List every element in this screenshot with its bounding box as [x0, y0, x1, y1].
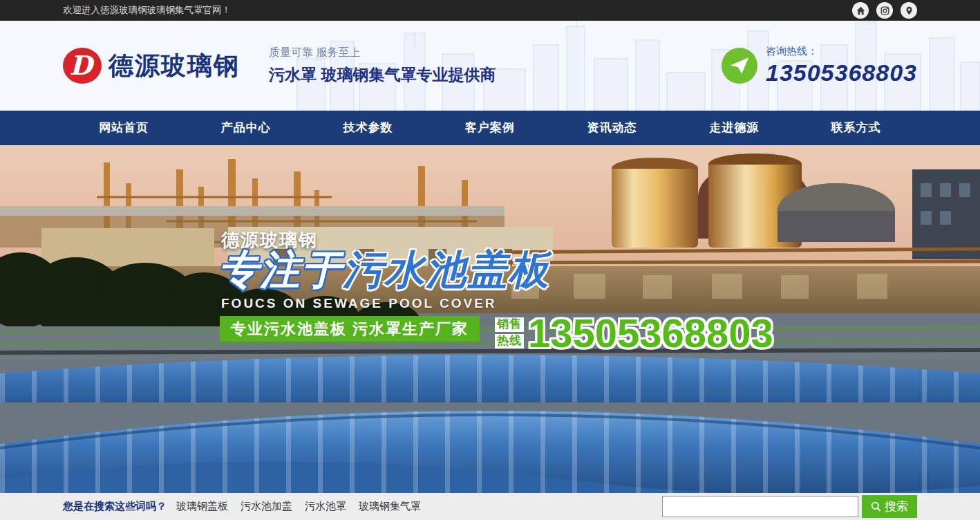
search-strip: 您是在搜索这些词吗？ 玻璃钢盖板 污水池加盖 污水池罩 玻璃钢集气罩 搜索: [0, 493, 980, 520]
nav-item-cases[interactable]: 客户案例: [429, 111, 552, 145]
slogan-small: 质量可靠 服务至上: [269, 46, 496, 60]
hero-sales-hotline: 销售 热线 13505368803: [495, 310, 773, 356]
search-input[interactable]: [662, 496, 858, 517]
main-nav: 网站首页 产品中心 技术参数 客户案例 资讯动态 走进德源 联系方式: [0, 111, 980, 145]
hero-headline-main: 污水池盖板: [343, 247, 550, 292]
keyword-link-3[interactable]: 污水池罩: [305, 500, 346, 513]
search-icon: [871, 501, 881, 512]
nav-item-contact[interactable]: 联系方式: [795, 111, 917, 145]
sales-label-top: 销售: [495, 317, 524, 332]
topbar: 欢迎进入德源玻璃钢玻璃钢集气罩官网！: [0, 0, 980, 21]
keyword-link-1[interactable]: 玻璃钢盖板: [176, 500, 228, 513]
hero-headline-prefix: 专注于: [218, 247, 343, 292]
welcome-text: 欢迎进入德源玻璃钢玻璃钢集气罩官网！: [63, 4, 231, 17]
keyword-link-2[interactable]: 污水池加盖: [241, 500, 292, 513]
home-icon[interactable]: [852, 2, 869, 19]
hero-photo: [0, 145, 980, 493]
search-button-label: 搜索: [885, 499, 908, 514]
nav-item-specs[interactable]: 技术参数: [307, 111, 429, 145]
location-icon[interactable]: [901, 2, 917, 19]
header-hotline: 咨询热线： 13505368803: [722, 45, 917, 86]
header-slogan: 质量可靠 服务至上 污水罩 玻璃钢集气罩专业提供商: [269, 46, 496, 86]
search-button[interactable]: 搜索: [862, 495, 917, 518]
logo-text: 德源玻璃钢: [109, 49, 240, 83]
hero-banner: 德源玻璃钢 专注于污水池盖板 FOUCS ON SEWAGE POOL COVE…: [0, 145, 980, 493]
instagram-icon[interactable]: [876, 2, 893, 19]
paper-plane-icon: [722, 48, 757, 84]
keyword-link-4[interactable]: 玻璃钢集气罩: [359, 500, 421, 513]
nav-item-products[interactable]: 产品中心: [185, 111, 308, 145]
slogan-big: 污水罩 玻璃钢集气罩专业提供商: [269, 64, 496, 86]
hotline-label: 咨询热线：: [766, 45, 917, 58]
search-prompt: 您是在搜索这些词吗？: [63, 500, 167, 513]
nav-item-about[interactable]: 走进德源: [673, 111, 795, 145]
sales-number: 13505368803: [528, 310, 773, 356]
logo-mark-icon: D: [63, 48, 102, 84]
topbar-icons: [852, 2, 917, 19]
hot-keywords: 玻璃钢盖板 污水池加盖 污水池罩 玻璃钢集气罩: [176, 500, 421, 513]
sales-label-bottom: 热线: [495, 334, 524, 349]
hotline-number: 13505368803: [766, 59, 917, 86]
nav-item-home[interactable]: 网站首页: [63, 111, 185, 145]
site-header: D 德源玻璃钢 质量可靠 服务至上 污水罩 玻璃钢集气罩专业提供商 咨询热线： …: [0, 21, 980, 111]
hero-subheadline: FOUCS ON SEWAGE POOL COVER: [221, 296, 497, 311]
nav-item-news[interactable]: 资讯动态: [551, 111, 673, 145]
site-logo[interactable]: D 德源玻璃钢: [63, 48, 240, 84]
hero-headline: 专注于污水池盖板: [218, 243, 550, 297]
hero-tagline-button[interactable]: 专业污水池盖板 污水罩生产厂家: [220, 316, 480, 342]
